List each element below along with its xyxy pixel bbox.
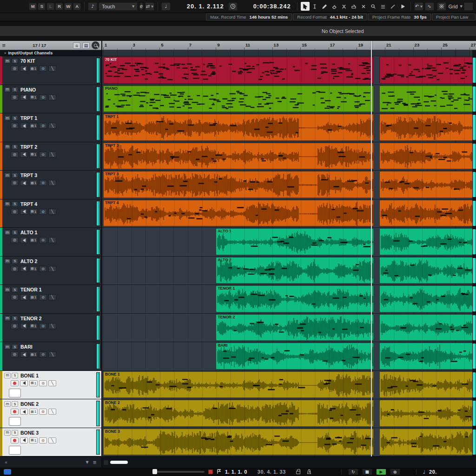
track-name[interactable]: ALTO 2: [20, 258, 37, 264]
track-row[interactable]: m s ALTO 2 ▤1 ⊙ ╲: [0, 257, 101, 285]
horizontal-scrollbar[interactable]: [102, 456, 476, 468]
track-row[interactable]: m s BARI ▤1 ⊙ ╲: [0, 342, 101, 371]
solo-button[interactable]: s: [12, 287, 18, 292]
monitor-button[interactable]: [20, 351, 28, 357]
clip[interactable]: TRPT 4: [103, 200, 374, 227]
track-row[interactable]: m s PIANO ▤1 ⊙ ╲: [0, 85, 101, 114]
track-lane[interactable]: PIANO: [102, 85, 476, 114]
edit-channel-button[interactable]: e: [139, 3, 143, 10]
track-lane[interactable]: BONE 2: [102, 399, 476, 428]
clock-icon[interactable]: [228, 2, 238, 11]
freeze-button[interactable]: ╲: [48, 66, 56, 72]
mute-button[interactable]: m: [4, 344, 11, 350]
track-name[interactable]: PIANO: [20, 87, 36, 93]
range-selection-tool[interactable]: [311, 2, 319, 11]
track-row[interactable]: m s BONE 2 ▤1 ⊙ ╲: [0, 399, 101, 428]
monitor-button[interactable]: [20, 209, 28, 215]
home-zoom-button[interactable]: ⌂: [73, 42, 80, 49]
tempo-display[interactable]: 20.: [429, 469, 437, 475]
freeze-button[interactable]: ╲: [48, 351, 56, 357]
record-arm-button[interactable]: [11, 94, 19, 100]
record-arm-button[interactable]: [11, 237, 19, 243]
find-track-button[interactable]: [92, 41, 99, 49]
mute-button[interactable]: m: [4, 401, 11, 407]
solo-button[interactable]: s: [12, 316, 18, 321]
monitor-button[interactable]: [20, 380, 28, 386]
track-name[interactable]: BARI: [20, 344, 33, 350]
track-lane[interactable]: TRPT 4: [102, 199, 476, 228]
clip[interactable]: BARI: [216, 343, 374, 370]
track-row[interactable]: m s TRPT 2 ▤1 ⊙ ╲: [0, 142, 101, 171]
track-lane[interactable]: TENOR 2: [102, 314, 476, 343]
track-name[interactable]: BONE 2: [20, 401, 39, 407]
track-name[interactable]: TRPT 4: [20, 201, 37, 207]
record-format-field[interactable]: Record Format 44.1 kHz - 24 bit: [293, 13, 367, 20]
inserts-button[interactable]: ▤1: [29, 351, 38, 357]
mute-button[interactable]: m: [4, 230, 11, 235]
freeze-button[interactable]: ╲: [48, 237, 56, 243]
erase-tool[interactable]: [330, 2, 339, 11]
freeze-button[interactable]: ╲: [48, 123, 56, 129]
frame-rate-field[interactable]: Project Frame Rate 30 fps: [368, 13, 431, 20]
clip[interactable]: TENOR 2: [216, 314, 374, 341]
inserts-button[interactable]: ▤1: [29, 323, 38, 329]
track-picture[interactable]: [9, 417, 21, 426]
inserts-button[interactable]: ▤1: [29, 152, 38, 158]
sends-button[interactable]: ⊙: [39, 351, 47, 357]
record-arm-button[interactable]: [11, 409, 19, 415]
inserts-button[interactable]: ▤1: [29, 237, 38, 243]
clip[interactable]: [379, 200, 475, 227]
monitor-button[interactable]: [20, 180, 28, 186]
mute-button[interactable]: m: [4, 201, 11, 207]
clip[interactable]: BONE 2: [103, 400, 374, 427]
auto-scroll-button[interactable]: ⇄▼: [145, 2, 154, 11]
track-lane[interactable]: TRPT 2: [102, 142, 476, 171]
clip[interactable]: [379, 285, 475, 312]
sends-button[interactable]: ⊙: [39, 152, 47, 158]
record-button[interactable]: ●: [390, 469, 400, 475]
grid-chevron-icon[interactable]: ▼: [460, 5, 463, 8]
record-arm-button[interactable]: [11, 294, 19, 300]
track-row[interactable]: m s TENOR 2 ▤1 ⊙ ╲: [0, 314, 101, 343]
solo-button[interactable]: s: [12, 58, 18, 64]
split-tool[interactable]: [340, 2, 349, 11]
curve-icon[interactable]: ∿: [425, 2, 434, 11]
track-picture[interactable]: [9, 446, 21, 455]
play-button[interactable]: ▶: [376, 469, 386, 475]
automation-panel-icon[interactable]: ♪: [88, 2, 97, 11]
monitor-button[interactable]: [20, 323, 28, 329]
track-picture[interactable]: [9, 389, 21, 397]
lock-icon[interactable]: [296, 471, 300, 474]
right-locator-display[interactable]: 30. 4. 1. 33: [258, 469, 286, 475]
sends-button[interactable]: ⊙: [39, 294, 47, 300]
clip[interactable]: ALTO 1: [216, 228, 374, 255]
object-selection-tool[interactable]: [301, 2, 310, 11]
clip[interactable]: 70 KIT: [103, 57, 374, 84]
playhead[interactable]: [371, 41, 372, 456]
clip[interactable]: [379, 400, 475, 427]
cycle-button[interactable]: ↻: [348, 469, 358, 475]
inserts-button[interactable]: ▤1: [29, 94, 38, 100]
slider-knob[interactable]: [152, 469, 157, 474]
clip[interactable]: ALTO 2: [216, 257, 374, 284]
monitor-button[interactable]: [20, 437, 28, 443]
monitor-button[interactable]: [20, 294, 28, 300]
draw-tool[interactable]: [320, 2, 329, 11]
mute-button[interactable]: m: [4, 287, 11, 292]
track-name[interactable]: TENOR 2: [20, 316, 42, 321]
inserts-button[interactable]: ▤1: [29, 266, 38, 272]
clip[interactable]: [379, 228, 475, 255]
transport-slider[interactable]: [152, 471, 205, 473]
track-row[interactable]: m s BONE 3 ▤1 ⊙ ╲: [0, 428, 101, 457]
mute-button[interactable]: m: [4, 316, 11, 321]
inserts-button[interactable]: ▤1: [29, 180, 38, 186]
record-arm-button[interactable]: [11, 323, 19, 329]
clip[interactable]: BONE 1: [103, 371, 374, 398]
sends-button[interactable]: ⊙: [39, 237, 47, 243]
sends-button[interactable]: ⊙: [39, 323, 47, 329]
track-name[interactable]: ALTO 1: [20, 230, 37, 235]
track-name[interactable]: BONE 1: [20, 373, 39, 378]
freeze-button[interactable]: ╲: [48, 294, 56, 300]
stop-button[interactable]: ■: [362, 469, 372, 475]
automation-mode-dropdown[interactable]: Touch ▼: [99, 2, 138, 11]
